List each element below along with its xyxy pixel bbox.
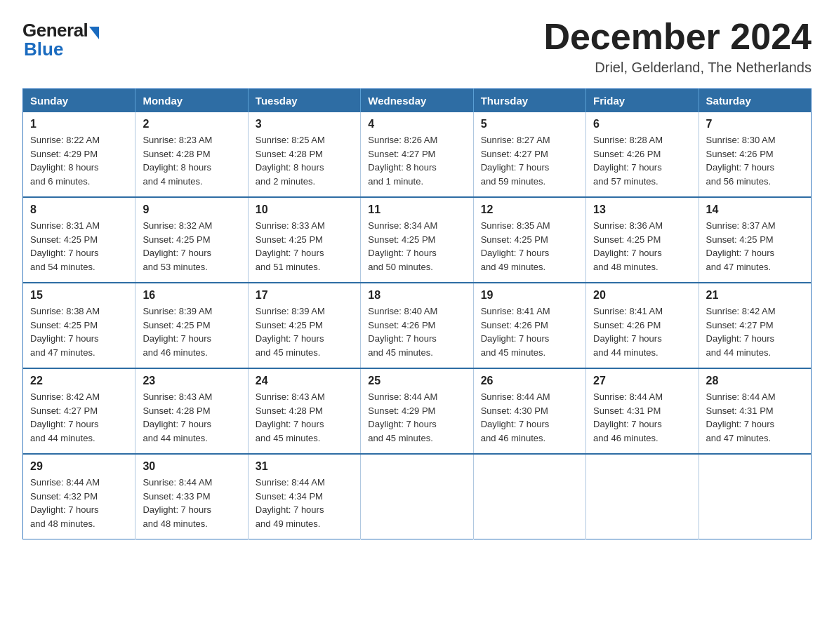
calendar-day-cell: 29Sunrise: 8:44 AMSunset: 4:32 PMDayligh…	[23, 454, 135, 539]
calendar-empty-cell	[586, 454, 699, 539]
day-info: Sunrise: 8:43 AMSunset: 4:28 PMDaylight:…	[143, 390, 240, 445]
weekday-header-row: SundayMondayTuesdayWednesdayThursdayFrid…	[23, 89, 812, 113]
day-info: Sunrise: 8:27 AMSunset: 4:27 PMDaylight:…	[481, 133, 578, 188]
day-number: 17	[256, 289, 353, 302]
weekday-header-sunday: Sunday	[23, 89, 135, 113]
day-number: 20	[593, 289, 691, 302]
day-info: Sunrise: 8:26 AMSunset: 4:27 PMDaylight:…	[368, 133, 465, 188]
day-info: Sunrise: 8:44 AMSunset: 4:31 PMDaylight:…	[706, 390, 804, 445]
calendar-week-row: 8Sunrise: 8:31 AMSunset: 4:25 PMDaylight…	[23, 197, 812, 283]
calendar-empty-cell	[361, 454, 473, 539]
day-info: Sunrise: 8:31 AMSunset: 4:25 PMDaylight:…	[30, 219, 128, 274]
day-info: Sunrise: 8:40 AMSunset: 4:26 PMDaylight:…	[368, 304, 465, 359]
day-number: 30	[143, 460, 240, 473]
calendar-day-cell: 7Sunrise: 8:30 AMSunset: 4:26 PMDaylight…	[699, 112, 811, 197]
day-info: Sunrise: 8:37 AMSunset: 4:25 PMDaylight:…	[706, 219, 804, 274]
day-number: 28	[706, 375, 804, 387]
day-info: Sunrise: 8:41 AMSunset: 4:26 PMDaylight:…	[481, 304, 578, 359]
day-number: 10	[256, 203, 353, 216]
calendar-day-cell: 28Sunrise: 8:44 AMSunset: 4:31 PMDayligh…	[699, 368, 811, 454]
weekday-header-thursday: Thursday	[473, 89, 585, 113]
calendar-day-cell: 22Sunrise: 8:42 AMSunset: 4:27 PMDayligh…	[23, 368, 135, 454]
day-number: 4	[368, 118, 465, 130]
day-info: Sunrise: 8:39 AMSunset: 4:25 PMDaylight:…	[143, 304, 240, 359]
day-number: 21	[706, 289, 804, 302]
calendar-day-cell: 2Sunrise: 8:23 AMSunset: 4:28 PMDaylight…	[135, 112, 248, 197]
day-info: Sunrise: 8:34 AMSunset: 4:25 PMDaylight:…	[368, 219, 465, 274]
logo-arrow-icon	[89, 27, 99, 39]
day-info: Sunrise: 8:35 AMSunset: 4:25 PMDaylight:…	[481, 219, 578, 274]
day-info: Sunrise: 8:42 AMSunset: 4:27 PMDaylight:…	[30, 390, 128, 445]
calendar-day-cell: 31Sunrise: 8:44 AMSunset: 4:34 PMDayligh…	[248, 454, 360, 539]
day-number: 16	[143, 289, 240, 302]
day-info: Sunrise: 8:32 AMSunset: 4:25 PMDaylight:…	[143, 219, 240, 274]
page-header: General Blue December 2024 Driel, Gelder…	[22, 17, 812, 76]
calendar-week-row: 22Sunrise: 8:42 AMSunset: 4:27 PMDayligh…	[23, 368, 812, 454]
calendar-day-cell: 23Sunrise: 8:43 AMSunset: 4:28 PMDayligh…	[135, 368, 248, 454]
weekday-header-tuesday: Tuesday	[248, 89, 360, 113]
calendar-day-cell: 9Sunrise: 8:32 AMSunset: 4:25 PMDaylight…	[135, 197, 248, 283]
day-info: Sunrise: 8:44 AMSunset: 4:34 PMDaylight:…	[256, 476, 353, 530]
day-info: Sunrise: 8:44 AMSunset: 4:31 PMDaylight:…	[593, 390, 691, 445]
day-info: Sunrise: 8:43 AMSunset: 4:28 PMDaylight:…	[256, 390, 353, 445]
calendar-day-cell: 26Sunrise: 8:44 AMSunset: 4:30 PMDayligh…	[473, 368, 585, 454]
day-info: Sunrise: 8:44 AMSunset: 4:29 PMDaylight:…	[368, 390, 465, 445]
calendar-day-cell: 6Sunrise: 8:28 AMSunset: 4:26 PMDaylight…	[586, 112, 699, 197]
calendar-day-cell: 30Sunrise: 8:44 AMSunset: 4:33 PMDayligh…	[135, 454, 248, 539]
calendar-empty-cell	[473, 454, 585, 539]
calendar-day-cell: 4Sunrise: 8:26 AMSunset: 4:27 PMDaylight…	[361, 112, 473, 197]
calendar-day-cell: 12Sunrise: 8:35 AMSunset: 4:25 PMDayligh…	[473, 197, 585, 283]
day-info: Sunrise: 8:25 AMSunset: 4:28 PMDaylight:…	[256, 133, 353, 188]
day-number: 25	[368, 375, 465, 387]
title-block: December 2024 Driel, Gelderland, The Net…	[543, 17, 812, 76]
weekday-header-monday: Monday	[135, 89, 248, 113]
calendar-table: SundayMondayTuesdayWednesdayThursdayFrid…	[22, 88, 812, 539]
day-number: 14	[706, 203, 804, 216]
day-info: Sunrise: 8:22 AMSunset: 4:29 PMDaylight:…	[30, 133, 128, 188]
calendar-day-cell: 11Sunrise: 8:34 AMSunset: 4:25 PMDayligh…	[361, 197, 473, 283]
day-info: Sunrise: 8:23 AMSunset: 4:28 PMDaylight:…	[143, 133, 240, 188]
calendar-day-cell: 18Sunrise: 8:40 AMSunset: 4:26 PMDayligh…	[361, 283, 473, 368]
day-number: 8	[30, 203, 128, 216]
calendar-day-cell: 25Sunrise: 8:44 AMSunset: 4:29 PMDayligh…	[361, 368, 473, 454]
calendar-day-cell: 24Sunrise: 8:43 AMSunset: 4:28 PMDayligh…	[248, 368, 360, 454]
weekday-header-friday: Friday	[586, 89, 699, 113]
day-info: Sunrise: 8:30 AMSunset: 4:26 PMDaylight:…	[706, 133, 804, 188]
calendar-week-row: 29Sunrise: 8:44 AMSunset: 4:32 PMDayligh…	[23, 454, 812, 539]
calendar-day-cell: 19Sunrise: 8:41 AMSunset: 4:26 PMDayligh…	[473, 283, 585, 368]
day-number: 12	[481, 203, 578, 216]
day-info: Sunrise: 8:44 AMSunset: 4:30 PMDaylight:…	[481, 390, 578, 445]
calendar-day-cell: 21Sunrise: 8:42 AMSunset: 4:27 PMDayligh…	[699, 283, 811, 368]
day-number: 18	[368, 289, 465, 302]
logo: General Blue	[22, 20, 99, 60]
day-info: Sunrise: 8:44 AMSunset: 4:33 PMDaylight:…	[143, 476, 240, 530]
calendar-empty-cell	[699, 454, 811, 539]
day-number: 29	[30, 460, 128, 473]
day-number: 11	[368, 203, 465, 216]
day-number: 15	[30, 289, 128, 302]
day-info: Sunrise: 8:36 AMSunset: 4:25 PMDaylight:…	[593, 219, 691, 274]
day-info: Sunrise: 8:33 AMSunset: 4:25 PMDaylight:…	[256, 219, 353, 274]
calendar-day-cell: 10Sunrise: 8:33 AMSunset: 4:25 PMDayligh…	[248, 197, 360, 283]
calendar-day-cell: 5Sunrise: 8:27 AMSunset: 4:27 PMDaylight…	[473, 112, 585, 197]
weekday-header-saturday: Saturday	[699, 89, 811, 113]
calendar-day-cell: 1Sunrise: 8:22 AMSunset: 4:29 PMDaylight…	[23, 112, 135, 197]
calendar-day-cell: 27Sunrise: 8:44 AMSunset: 4:31 PMDayligh…	[586, 368, 699, 454]
logo-blue-text: Blue	[24, 39, 63, 60]
calendar-day-cell: 8Sunrise: 8:31 AMSunset: 4:25 PMDaylight…	[23, 197, 135, 283]
day-number: 22	[30, 375, 128, 387]
calendar-day-cell: 13Sunrise: 8:36 AMSunset: 4:25 PMDayligh…	[586, 197, 699, 283]
month-title: December 2024	[543, 17, 812, 57]
day-number: 7	[706, 118, 804, 130]
day-number: 1	[30, 118, 128, 130]
calendar-week-row: 15Sunrise: 8:38 AMSunset: 4:25 PMDayligh…	[23, 283, 812, 368]
day-info: Sunrise: 8:38 AMSunset: 4:25 PMDaylight:…	[30, 304, 128, 359]
calendar-day-cell: 14Sunrise: 8:37 AMSunset: 4:25 PMDayligh…	[699, 197, 811, 283]
day-number: 24	[256, 375, 353, 387]
calendar-day-cell: 20Sunrise: 8:41 AMSunset: 4:26 PMDayligh…	[586, 283, 699, 368]
weekday-header-wednesday: Wednesday	[361, 89, 473, 113]
day-number: 19	[481, 289, 578, 302]
day-number: 6	[593, 118, 691, 130]
day-number: 5	[481, 118, 578, 130]
day-number: 9	[143, 203, 240, 216]
